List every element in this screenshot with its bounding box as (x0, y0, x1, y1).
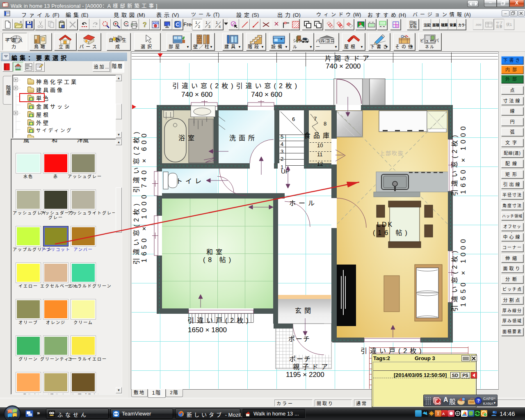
svg-text:引違い戸(2枚): 引違い戸(2枚) (361, 347, 425, 354)
svg-text:食品庫: 食品庫 (304, 132, 332, 139)
svg-text:?: ? (143, 21, 147, 28)
svg-text:上部吹抜: 上部吹抜 (379, 150, 404, 156)
svg-text:洗面所: 洗面所 (229, 135, 258, 142)
svg-text:3: 3 (281, 148, 283, 155)
svg-text:740 × 600: 740 × 600 (140, 131, 148, 188)
svg-text:LDK: LDK (377, 221, 393, 228)
svg-text:740 × 2000: 740 × 2000 (326, 62, 361, 70)
svg-text:和室: 和室 (206, 249, 225, 256)
svg-text:注記: 注記 (424, 23, 431, 27)
svg-text:伏1: 伏1 (506, 22, 512, 27)
svg-text:1: 1 (205, 21, 208, 25)
svg-text:ポーチ: ポーチ (289, 356, 311, 363)
svg-text:1195 × 2200: 1195 × 2200 (286, 371, 324, 379)
svg-text:引違い窓(2枚): 引違い窓(2枚) (133, 129, 140, 193)
svg-text:引違い窓(2枚): 引違い窓(2枚) (133, 201, 140, 265)
svg-text:1650 × 1000: 1650 × 1000 (140, 192, 148, 262)
svg-text:8: 8 (324, 121, 326, 127)
svg-text:引違い窓(2枚): 引違い窓(2枚) (451, 248, 458, 312)
svg-text:740 × 600: 740 × 600 (251, 91, 282, 98)
svg-text:(8 帖): (8 帖) (203, 256, 234, 263)
svg-text:ホール: ホール (289, 200, 317, 207)
svg-text:積算: 積算 (441, 23, 448, 27)
svg-text:玄関: 玄関 (295, 307, 314, 314)
svg-text:浴室: 浴室 (178, 135, 197, 142)
svg-text:11: 11 (317, 151, 323, 158)
svg-text:ポーチ: ポーチ (288, 336, 310, 342)
svg-text:背景: 背景 (450, 23, 457, 27)
svg-text:12: 12 (317, 161, 323, 167)
svg-text:.999: .999 (475, 23, 482, 27)
svg-text:2: 2 (198, 25, 200, 29)
svg-text:10: 10 (317, 142, 323, 148)
svg-text:カラー: カラー (458, 23, 466, 27)
svg-text:740 × 600: 740 × 600 (181, 91, 212, 98)
svg-text:1650 × 1800: 1650 × 1800 (188, 326, 227, 334)
svg-text:4: 4 (281, 141, 283, 147)
svg-text:4: 4 (219, 25, 221, 29)
svg-text:面積: 面積 (432, 23, 439, 27)
svg-text:1650 × 1000: 1650 × 1000 (459, 236, 467, 307)
svg-text:(16 帖): (16 帖) (373, 229, 410, 236)
svg-text:親子ドア: 親子ドア (293, 363, 331, 370)
svg-text:ADS: ADS (153, 22, 159, 25)
svg-text:引違い窓(2枚): 引違い窓(2枚) (451, 132, 458, 196)
svg-text:5: 5 (281, 134, 283, 140)
svg-text:A: A (442, 412, 445, 416)
svg-text:1: 1 (216, 21, 218, 25)
svg-text:片開きドア: 片開きドア (325, 55, 372, 62)
svg-text:?: ? (477, 398, 480, 403)
svg-text:引違い窓(2枚)引違い窓(2枚): 引違い窓(2枚)引違い窓(2枚) (172, 82, 300, 89)
svg-text:背景: 背景 (496, 25, 502, 29)
svg-text:1: 1 (195, 21, 197, 25)
svg-text:引違い戸(2枚): 引違い戸(2枚) (187, 317, 251, 324)
svg-text:7: 7 (314, 116, 317, 122)
svg-text:6: 6 (292, 116, 295, 122)
svg-text:3: 3 (208, 25, 210, 29)
svg-text:反転: 反転 (409, 25, 417, 29)
svg-text:2: 2 (281, 156, 283, 162)
svg-text:1650 × 1000: 1650 × 1000 (459, 123, 467, 194)
svg-text:トイレ: トイレ (176, 178, 204, 185)
svg-text:サブ: サブ (496, 21, 502, 25)
